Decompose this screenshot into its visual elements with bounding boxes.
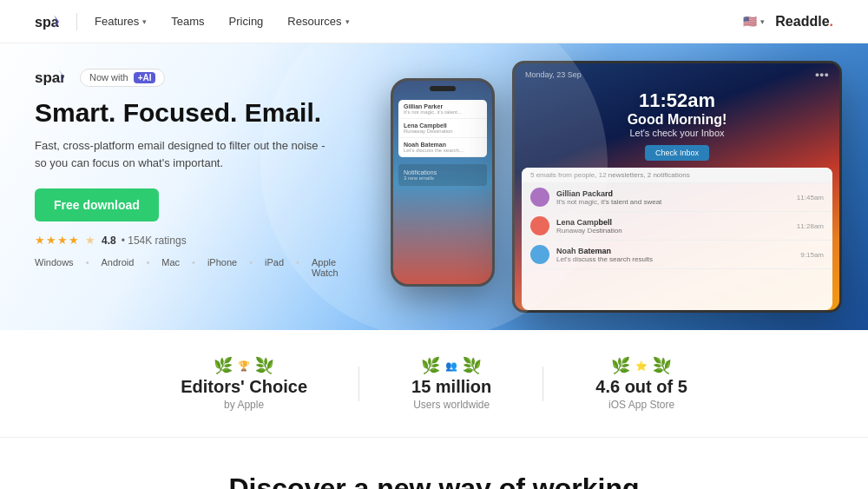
chevron-down-icon: ▾	[760, 17, 765, 26]
platform-android[interactable]: Android	[101, 257, 134, 278]
platform-links: Windows • Android • Mac • iPhone • iPad …	[35, 257, 330, 278]
nav-divider	[76, 13, 77, 30]
stat-value: 4.6 out of 5	[595, 377, 687, 397]
logo[interactable]: spark	[35, 13, 59, 30]
hero-content: spark Now with +AI Smart. Focused. Email…	[0, 43, 365, 330]
now-with-badge: Now with +AI	[80, 69, 165, 87]
nav-features[interactable]: Features ▾	[95, 15, 147, 28]
nav-links: Features ▾ Teams Pricing Resources ▾	[95, 15, 350, 28]
platform-windows[interactable]: Windows	[35, 257, 74, 278]
laurel-right-icon: 🌿	[463, 356, 482, 375]
svg-text:spark: spark	[35, 69, 64, 86]
navigation: spark Features ▾ Teams Pricing Resources…	[0, 0, 868, 43]
rating-number: 4.8	[102, 235, 116, 247]
hero-subtext: Fast, cross-platform email designed to f…	[35, 137, 330, 171]
rating-row: ★★★★★ 4.8 • 154K ratings	[35, 234, 330, 247]
ai-badge: +AI	[134, 72, 156, 83]
stats-bar: 🌿 🏆 🌿 Editors' Choice by Apple 🌿 👥 🌿 15 …	[0, 330, 868, 438]
rating-count: • 154K ratings	[122, 235, 187, 247]
discover-title: Discover a new way of working	[35, 472, 833, 489]
stat-label: iOS App Store	[595, 399, 687, 411]
stat-label: Users worldwide	[411, 399, 491, 411]
platform-ipad[interactable]: iPad	[265, 257, 284, 278]
platform-mac[interactable]: Mac	[161, 257, 180, 278]
laurel-left-icon: 🌿	[611, 356, 630, 375]
hero-spark-logo: spark Now with +AI	[35, 68, 330, 87]
discover-section: Discover a new way of working We're defi…	[0, 438, 868, 489]
stat-editors-choice: 🌿 🏆 🌿 Editors' Choice by Apple	[128, 356, 359, 411]
laurel-right-icon: 🌿	[255, 356, 274, 375]
hero-section: spark Now with +AI Smart. Focused. Email…	[0, 43, 868, 330]
chevron-down-icon: ▾	[345, 17, 350, 26]
stat-label: by Apple	[181, 399, 307, 411]
star-rating-icon: ★★★★	[35, 234, 80, 247]
laurel-decoration: 🌿 ⭐ 🌿	[595, 356, 687, 375]
stat-users: 🌿 👥 🌿 15 million Users worldwide	[359, 356, 543, 411]
chevron-down-icon: ▾	[142, 17, 147, 26]
laurel-decoration: 🌿 🏆 🌿	[181, 356, 307, 375]
spark-logo-icon: spark	[35, 13, 59, 30]
laurel-left-icon: 🌿	[421, 356, 440, 375]
language-selector[interactable]: 🇺🇸 ▾	[743, 15, 765, 28]
stat-value: 15 million	[411, 377, 491, 397]
nav-right: 🇺🇸 ▾ Readdle.	[743, 14, 833, 30]
laurel-left-icon: 🌿	[214, 356, 233, 375]
nav-teams[interactable]: Teams	[171, 15, 204, 28]
laurel-decoration: 🌿 👥 🌿	[411, 356, 491, 375]
hero-headline: Smart. Focused. Email.	[35, 97, 330, 129]
download-button[interactable]: Free download	[35, 188, 159, 221]
check-inbox-button[interactable]: Check Inbox	[645, 145, 709, 161]
readdle-logo[interactable]: Readdle.	[775, 14, 833, 30]
spark-logo-svg: spark	[35, 68, 64, 87]
nav-resources[interactable]: Resources ▾	[287, 15, 349, 28]
platform-iphone[interactable]: iPhone	[207, 257, 237, 278]
stat-rating: 🌿 ⭐ 🌿 4.6 out of 5 iOS App Store	[543, 356, 740, 411]
nav-pricing[interactable]: Pricing	[229, 15, 264, 28]
flag-icon: 🇺🇸	[743, 15, 757, 28]
laurel-right-icon: 🌿	[653, 356, 672, 375]
stat-value: Editors' Choice	[181, 377, 307, 397]
platform-apple-watch[interactable]: Apple Watch	[312, 257, 339, 278]
